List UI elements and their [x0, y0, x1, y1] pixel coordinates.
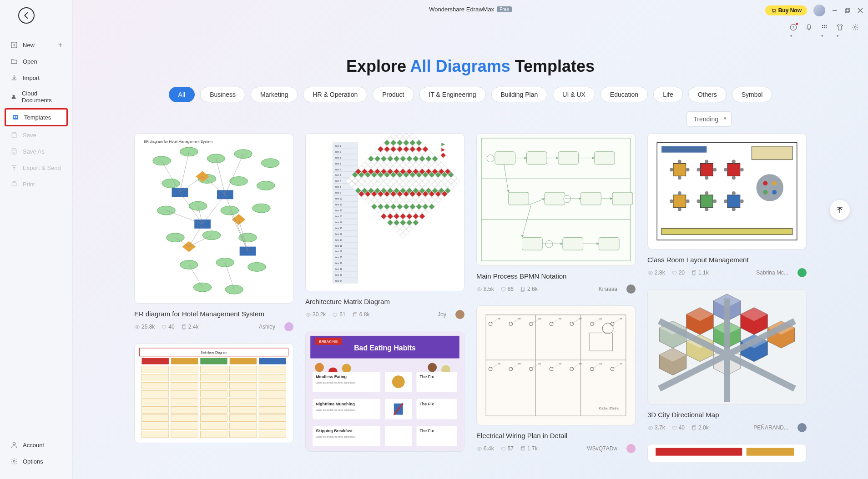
svg-text:Item 1: Item 1 [335, 145, 341, 147]
svg-point-646 [772, 190, 777, 195]
author-avatar[interactable] [626, 444, 636, 453]
svg-rect-81 [141, 374, 168, 381]
template-thumbnail[interactable]: ER diagram for Hotel Management System [134, 133, 293, 304]
svg-rect-548 [599, 237, 619, 250]
svg-text:sw: sw [559, 363, 561, 365]
chip-ui-ux[interactable]: UI & UX [553, 87, 595, 102]
sidebar-item-new[interactable]: New+ [5, 37, 68, 53]
svg-text:Item 21: Item 21 [335, 262, 343, 264]
chip-symbol[interactable]: Symbol [732, 87, 772, 102]
svg-text:Item 16: Item 16 [335, 233, 343, 235]
svg-text:Item 12: Item 12 [335, 210, 343, 212]
sidebar-item-save-as[interactable]: Save As [5, 144, 68, 159]
chip-life[interactable]: Life [653, 87, 683, 102]
help-icon[interactable]: ?▾ [790, 24, 797, 31]
chip-others[interactable]: Others [688, 87, 727, 102]
svg-rect-92 [171, 390, 198, 397]
template-thumbnail[interactable] [476, 133, 636, 266]
svg-text:?: ? [792, 25, 795, 30]
svg-rect-97 [171, 431, 198, 438]
template-thumbnail[interactable] [647, 289, 807, 404]
svg-rect-103 [200, 407, 227, 414]
template-thumbnail[interactable]: swswswswswswswswswswswswswsw Kitchen/Din… [476, 305, 636, 425]
sidebar-item-open[interactable]: Open [5, 54, 68, 69]
chip-it-engineering[interactable]: IT & Engineering [419, 87, 486, 102]
user-avatar[interactable] [813, 5, 825, 16]
template-thumbnail[interactable]: BREAKING Bad Eating Habits Mindless Eati… [305, 331, 464, 452]
apps-icon[interactable]: ▾ [821, 24, 828, 31]
back-button[interactable] [18, 7, 35, 24]
svg-point-620 [705, 160, 708, 164]
scroll-top-button[interactable] [830, 200, 850, 220]
template-thumbnail[interactable] [647, 444, 807, 462]
svg-text:Item 17: Item 17 [335, 239, 343, 241]
svg-rect-540 [558, 152, 579, 165]
svg-text:Item 9: Item 9 [335, 192, 341, 194]
template-meta: 30.2k 61 6.8k Joy [305, 310, 464, 319]
svg-rect-98 [200, 366, 227, 373]
svg-rect-82 [141, 382, 168, 389]
close-button[interactable] [857, 7, 863, 14]
menu-label: Save As [23, 148, 45, 155]
buy-now-button[interactable]: Buy Now [765, 5, 807, 15]
svg-point-24 [180, 147, 198, 156]
author-avatar[interactable] [284, 322, 293, 331]
svg-rect-111 [230, 399, 257, 405]
chip-business[interactable]: Business [200, 87, 245, 102]
svg-point-644 [772, 181, 777, 185]
svg-rect-105 [200, 423, 227, 429]
bell-icon[interactable] [805, 24, 812, 31]
gear-icon[interactable] [852, 24, 859, 31]
svg-rect-116 [259, 366, 286, 373]
chip-hr-operation[interactable]: HR & Operation [303, 87, 367, 102]
template-thumbnail[interactable] [647, 133, 807, 249]
free-badge: Free [497, 6, 512, 12]
sidebar-item-templates[interactable]: Templates [5, 108, 68, 126]
author-avatar[interactable] [797, 423, 807, 432]
svg-point-23 [153, 156, 171, 165]
sort-select[interactable]: Trending [686, 111, 732, 127]
svg-rect-77 [200, 358, 227, 364]
sidebar-item-options[interactable]: Options [5, 454, 68, 469]
svg-text:The Fix: The Fix [419, 429, 434, 433]
svg-point-30 [230, 177, 248, 186]
sidebar-item-import[interactable]: Import [5, 70, 68, 85]
sidebar-item-export-send[interactable]: Export & Send [5, 160, 68, 175]
chip-education[interactable]: Education [601, 87, 648, 102]
copies: 2.6k [520, 286, 538, 292]
svg-rect-120 [259, 399, 286, 405]
copies: 6.8k [352, 311, 370, 318]
sidebar-item-save[interactable]: Save [5, 127, 68, 143]
svg-text:Mindless Eating: Mindless Eating [316, 374, 347, 379]
maximize-button[interactable] [844, 7, 851, 14]
svg-point-613 [670, 168, 673, 171]
svg-rect-70 [183, 324, 186, 328]
svg-rect-538 [495, 152, 515, 165]
svg-rect-5 [13, 182, 15, 183]
author-avatar[interactable] [455, 310, 464, 319]
sidebar-item-account[interactable]: Account [5, 437, 68, 453]
shirt-icon[interactable]: ▾ [836, 24, 843, 31]
sidebar-item-cloud-documents[interactable]: Cloud Documents [5, 86, 68, 107]
chip-marketing[interactable]: Marketing [251, 87, 298, 102]
svg-text:sw: sw [518, 363, 521, 365]
svg-point-672 [650, 427, 651, 428]
template-thumbnail[interactable]: Item 1Item 2Item 3Item 4Item 5Item 6Item… [305, 133, 464, 291]
svg-rect-637 [727, 195, 740, 208]
chip-building-plan[interactable]: Building Plan [491, 87, 548, 102]
minimize-button[interactable] [832, 7, 838, 14]
author-avatar[interactable] [797, 268, 807, 277]
svg-rect-677 [747, 448, 794, 456]
chip-product[interactable]: Product [373, 87, 414, 102]
svg-point-35 [252, 204, 271, 213]
likes: 61 [332, 311, 345, 318]
author-avatar[interactable] [626, 284, 636, 294]
template-thumbnail[interactable]: Swimlane Diagram [134, 343, 293, 443]
plus-icon[interactable]: + [58, 41, 62, 49]
svg-point-619 [713, 168, 717, 171]
svg-point-552 [479, 288, 480, 289]
svg-point-511 [342, 364, 351, 373]
chip-all[interactable]: All [169, 87, 195, 102]
sidebar-item-print[interactable]: Print [5, 176, 68, 192]
template-title: Class Room Layout Management [647, 255, 807, 264]
